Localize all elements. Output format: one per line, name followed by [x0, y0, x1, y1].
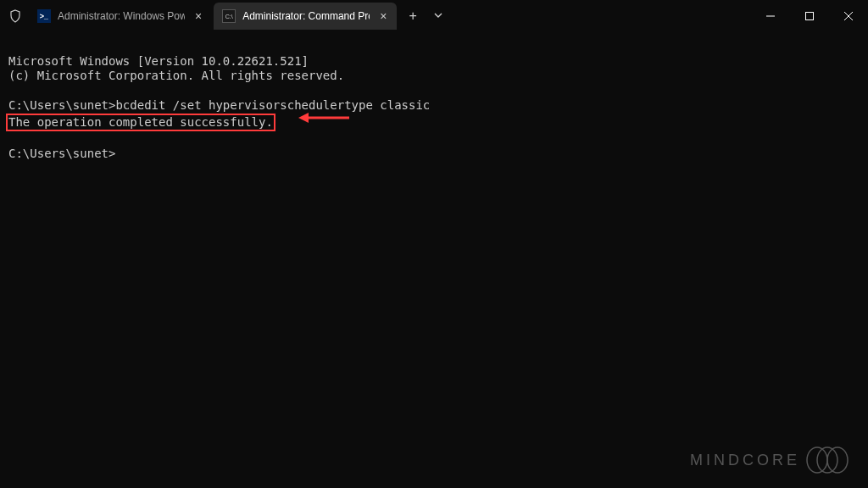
command-text: bcdedit /set hypervisorschedulertype cla… — [115, 98, 430, 112]
svg-marker-5 — [298, 113, 309, 123]
banner-line: Microsoft Windows [Version 10.0.22621.52… — [8, 54, 309, 68]
window-controls — [751, 0, 868, 32]
tab-title: Administrator: Command Pro — [242, 10, 370, 22]
cmd-icon: C:\ — [222, 9, 236, 23]
tab-dropdown-button[interactable] — [427, 11, 449, 21]
close-icon[interactable]: × — [378, 9, 388, 23]
prompt: C:\Users\sunet> — [8, 147, 115, 160]
new-tab-button[interactable]: + — [398, 8, 426, 24]
close-icon[interactable]: × — [193, 9, 203, 23]
prompt: C:\Users\sunet> — [8, 98, 115, 112]
terminal-output[interactable]: Microsoft Windows [Version 10.0.22621.52… — [0, 32, 868, 183]
window-titlebar: >_ Administrator: Windows Powe × C:\ Adm… — [0, 0, 868, 32]
banner-line: (c) Microsoft Corporation. All rights re… — [8, 69, 344, 82]
svg-rect-1 — [806, 13, 814, 20]
close-button[interactable] — [829, 0, 868, 32]
tab-title: Administrator: Windows Powe — [58, 10, 185, 22]
result-highlight: The operation completed successfully. — [6, 114, 275, 132]
powershell-icon: >_ — [37, 9, 51, 23]
shield-icon — [8, 9, 22, 23]
tab-cmd[interactable]: C:\ Administrator: Command Pro × — [214, 3, 397, 30]
maximize-button[interactable] — [790, 0, 829, 32]
watermark-text: MINDCORE — [690, 452, 800, 469]
minimize-button[interactable] — [751, 0, 790, 32]
result-text: The operation completed successfully. — [8, 115, 273, 129]
tab-powershell[interactable]: >_ Administrator: Windows Powe × — [29, 3, 212, 30]
annotation-arrow-icon — [284, 95, 349, 129]
watermark: MINDCORE — [690, 446, 853, 474]
